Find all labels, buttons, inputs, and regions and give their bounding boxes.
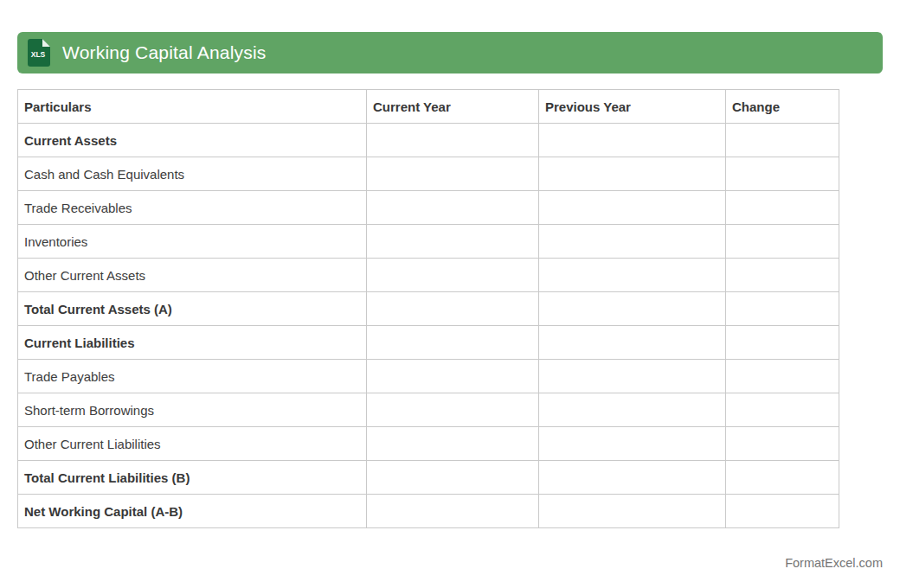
value-cell — [539, 292, 726, 326]
row-label-cell: Trade Receivables — [18, 191, 367, 225]
working-capital-table: Particulars Current Year Previous Year C… — [17, 89, 839, 528]
page: XLS Working Capital Analysis Particulars… — [0, 0, 900, 588]
row-label-cell: Total Current Liabilities (B) — [18, 461, 367, 495]
page-title: Working Capital Analysis — [62, 42, 267, 63]
value-cell — [539, 259, 726, 292]
table-row: Other Current Assets — [18, 259, 839, 292]
xls-icon-label: XLS — [31, 50, 46, 59]
column-header-previous-year: Previous Year — [539, 90, 726, 124]
table-row: Short-term Borrowings — [18, 393, 839, 427]
value-cell — [726, 427, 839, 461]
value-cell — [539, 461, 726, 495]
value-cell — [367, 495, 539, 528]
value-cell — [367, 461, 539, 495]
value-cell — [539, 225, 726, 259]
value-cell — [367, 427, 539, 461]
table-header-row: Particulars Current Year Previous Year C… — [18, 90, 839, 124]
row-label-cell: Current Assets — [18, 124, 367, 157]
value-cell — [367, 292, 539, 326]
value-cell — [367, 259, 539, 292]
value-cell — [726, 124, 839, 157]
value-cell — [726, 259, 839, 292]
value-cell — [539, 495, 726, 528]
value-cell — [367, 191, 539, 225]
value-cell — [726, 292, 839, 326]
xls-file-icon: XLS — [28, 39, 50, 67]
value-cell — [726, 393, 839, 427]
value-cell — [726, 157, 839, 191]
row-label-cell: Total Current Assets (A) — [18, 292, 367, 326]
value-cell — [367, 326, 539, 360]
table-row: Total Current Liabilities (B) — [18, 461, 839, 495]
row-label-cell: Current Liabilities — [18, 326, 367, 360]
table-row: Other Current Liabilities — [18, 427, 839, 461]
value-cell — [539, 157, 726, 191]
table-row: Inventories — [18, 225, 839, 259]
value-cell — [367, 124, 539, 157]
row-label-cell: Inventories — [18, 225, 367, 259]
value-cell — [539, 360, 726, 393]
value-cell — [539, 191, 726, 225]
value-cell — [539, 427, 726, 461]
column-header-current-year: Current Year — [367, 90, 539, 124]
row-label-cell: Net Working Capital (A-B) — [18, 495, 367, 528]
table-row: Cash and Cash Equivalents — [18, 157, 839, 191]
value-cell — [367, 393, 539, 427]
table-row: Trade Receivables — [18, 191, 839, 225]
footer: FormatExcel.com — [17, 555, 883, 571]
value-cell — [539, 326, 726, 360]
row-label-cell: Trade Payables — [18, 360, 367, 393]
row-label-cell: Cash and Cash Equivalents — [18, 157, 367, 191]
footer-credit-link[interactable]: FormatExcel.com — [785, 556, 883, 570]
value-cell — [367, 225, 539, 259]
value-cell — [539, 124, 726, 157]
column-header-particulars: Particulars — [18, 90, 367, 124]
table-body: Current AssetsCash and Cash EquivalentsT… — [18, 124, 839, 528]
column-header-change: Change — [726, 90, 839, 124]
table-row: Current Assets — [18, 124, 839, 157]
value-cell — [726, 225, 839, 259]
row-label-cell: Short-term Borrowings — [18, 393, 367, 427]
value-cell — [726, 360, 839, 393]
table-row: Trade Payables — [18, 360, 839, 393]
row-label-cell: Other Current Assets — [18, 259, 367, 292]
value-cell — [726, 461, 839, 495]
value-cell — [726, 326, 839, 360]
document-title-bar: XLS Working Capital Analysis — [17, 32, 883, 74]
value-cell — [726, 495, 839, 528]
value-cell — [539, 393, 726, 427]
value-cell — [367, 360, 539, 393]
table-row: Total Current Assets (A) — [18, 292, 839, 326]
table-row: Current Liabilities — [18, 326, 839, 360]
value-cell — [367, 157, 539, 191]
row-label-cell: Other Current Liabilities — [18, 427, 367, 461]
table-row: Net Working Capital (A-B) — [18, 495, 839, 528]
value-cell — [726, 191, 839, 225]
